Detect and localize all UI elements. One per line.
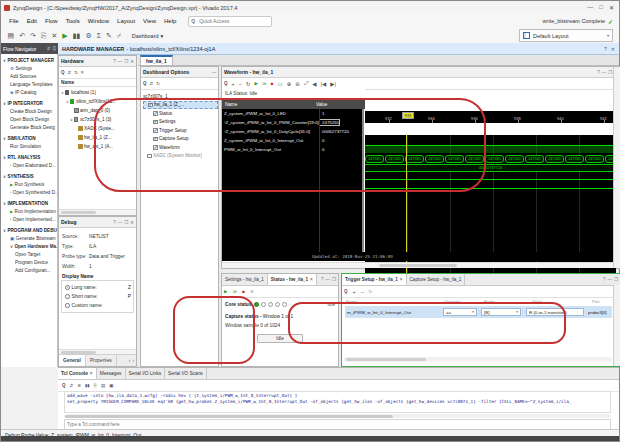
zoom-out-icon[interactable]: ⊖ [295, 81, 300, 87]
do-status[interactable]: Status [143, 109, 218, 118]
long-name-option[interactable]: Long name:Z [63, 283, 132, 292]
run-options-icon[interactable]: ▷ [369, 289, 372, 294]
signal-name[interactable]: PWM_w_Int_0_Interrupt_Out [222, 145, 319, 154]
close-icon[interactable]: × [400, 277, 403, 282]
help-icon[interactable]: ? [321, 277, 324, 282]
search-icon[interactable]: Q [61, 70, 65, 75]
trigger-vscrollbar[interactable] [613, 285, 620, 366]
short-name-option[interactable]: Short name:P [63, 292, 132, 301]
flownav-section-rtl-analysis[interactable]: ∨RTL ANALYSIS [1, 153, 57, 161]
checkbox-checked-icon[interactable] [153, 120, 158, 125]
float-icon[interactable]: ❐ [332, 277, 336, 282]
export-icon[interactable]: ▭ [277, 81, 282, 87]
minimize-icon[interactable]: — [212, 70, 217, 75]
refresh-icon[interactable]: ↻ [74, 70, 78, 75]
flownav-item-generate-block-design[interactable]: Generate Block Desig [1, 123, 57, 131]
signal-name[interactable]: ›Z_system_iPWM_w_Int_0_DutyCycle[31:0] [222, 127, 319, 136]
chevron-left-icon[interactable]: ‹ [129, 358, 131, 363]
flownav-item-settings[interactable]: ⚙Settings [1, 64, 57, 72]
add-probe-icon[interactable]: + [353, 289, 356, 295]
flownav-item-open-implemented[interactable]: ›Open Implemented... [1, 215, 57, 223]
prev-transition-icon[interactable]: |◀ [321, 81, 327, 87]
close-button[interactable]: ✕ [609, 4, 614, 11]
tab-properties[interactable]: Properties [86, 355, 117, 366]
run-trigger-icon[interactable]: ▶ [224, 289, 227, 294]
tcl-command-input[interactable] [65, 422, 610, 427]
collapse-icon[interactable]: ⇵ [68, 70, 72, 75]
tab-serial-io-scans[interactable]: Serial I/O Scans [165, 368, 207, 379]
flownav-item-open-hardware-manager[interactable]: ∨Open Hardware Ma... [1, 242, 57, 250]
maximize-button[interactable]: □ [599, 4, 603, 11]
edit-icon[interactable]: ✎ [106, 32, 112, 39]
tree-item-arm-dap[interactable]: arm_dap_0 (0) [59, 106, 136, 115]
search-icon[interactable]: Q [143, 81, 147, 86]
minimize-icon[interactable]: — [118, 59, 123, 64]
tcl-hscrollbar[interactable] [64, 414, 611, 418]
stop-trigger-icon[interactable]: ■ [271, 81, 274, 86]
refresh-icon[interactable]: ↻ [246, 81, 251, 87]
settings-gear-icon[interactable]: ⚙ [85, 32, 91, 39]
expand-icon[interactable]: ⊕ [77, 383, 81, 388]
search-icon[interactable]: Q [224, 81, 228, 86]
collapse-icon[interactable]: ⇵ [70, 383, 74, 388]
flownav-item-add-sources[interactable]: Add Sources [1, 72, 57, 80]
minimize-button[interactable]: — [587, 4, 593, 11]
tab-serial-io-links[interactable]: Serial I/O Links [126, 368, 166, 379]
checkbox-checked-icon[interactable] [153, 128, 158, 133]
close-icon[interactable]: ✕ [130, 59, 134, 64]
save-icon[interactable]: ▤ [8, 32, 15, 39]
checkbox-checked-icon[interactable] [148, 103, 153, 108]
flownav-item-create-block-design[interactable]: Create Block Design [1, 107, 57, 115]
hardware-hscrollbar[interactable] [59, 209, 136, 215]
goto-start-icon[interactable]: ◀ [312, 81, 316, 87]
chevron-right-icon[interactable]: › [132, 358, 134, 363]
search-icon[interactable]: Q [62, 383, 66, 388]
quick-access-box[interactable]: Q [188, 16, 272, 27]
cursor-marker-flag[interactable]: 933 [402, 112, 414, 119]
next-transition-icon[interactable]: ▶| [330, 81, 336, 87]
tcl-output[interactable]: add_wave -into {hw_ila_data_1.wcfg} -rad… [64, 391, 611, 413]
close-icon[interactable]: ✕ [130, 220, 134, 225]
minimize-icon[interactable]: — [118, 220, 123, 225]
tab-general[interactable]: General [59, 355, 86, 366]
tab-trigger-setup[interactable]: Trigger Setup - hw_ila_1× [342, 274, 407, 285]
cut-icon[interactable]: ✕ [51, 32, 57, 39]
checkbox-checked-icon[interactable] [153, 137, 158, 142]
collapse-icon[interactable]: ⇵ [150, 81, 154, 86]
menu-file[interactable]: File [5, 18, 23, 24]
add-icon[interactable]: + [232, 81, 235, 87]
help-icon[interactable]: ? [113, 59, 116, 64]
tree-item-hw-axi-1[interactable]: hw_axi_1 (A... [59, 142, 136, 151]
checkbox-checked-icon[interactable] [153, 111, 158, 116]
tree-item-xadc[interactable]: XADC (Syste... [59, 124, 136, 133]
flownav-item-generate-bitstream[interactable]: ▣Generate Bitstream [1, 234, 57, 242]
close-icon[interactable]: ✕ [611, 46, 615, 52]
pause-output-icon[interactable]: ▮▮ [85, 383, 89, 388]
help-icon[interactable]: ? [597, 70, 600, 75]
minimize-icon[interactable]: — [607, 277, 612, 282]
float-icon[interactable]: ❐ [124, 220, 128, 225]
help-icon[interactable]: ? [603, 277, 606, 282]
clear-icon[interactable]: ▣ [109, 383, 113, 388]
tree-item-hw-ila-1[interactable]: hw_ila_1 (Z... [59, 133, 136, 142]
float-icon[interactable]: ❐ [608, 70, 612, 75]
ruler-icon[interactable]: ⌿ [117, 32, 121, 39]
tree-item-xilinx-tcf[interactable]: ∨xilinx_tcf/Xilinx/12... [59, 97, 136, 106]
idle-button[interactable]: Idle [257, 334, 303, 343]
tab-status-hw-ila[interactable]: Status - hw_ila_1× [268, 274, 317, 285]
remove-icon[interactable]: − [239, 81, 242, 87]
close-icon[interactable]: × [90, 371, 93, 376]
minimize-icon[interactable]: — [602, 70, 607, 75]
flownav-item-open-block-design[interactable]: Open Block Design [1, 115, 57, 123]
tab-hw-ila-1[interactable]: hw_ila_1 [140, 55, 173, 65]
search-icon[interactable]: Q [52, 46, 56, 51]
run-trigger-icon[interactable]: ▶ [255, 81, 258, 86]
flownav-section-ip-integrator[interactable]: ∨IP INTEGRATOR [1, 99, 57, 107]
do-xadc[interactable]: XADC (System Monitor) [143, 152, 218, 161]
undo-icon[interactable]: ↶ [19, 32, 25, 39]
menu-edit[interactable]: Edit [23, 18, 41, 24]
waveform-hscrollbar[interactable] [222, 262, 614, 268]
close-icon[interactable]: × [310, 277, 313, 282]
trigger-probe-row[interactable]: m_iPWM_w_Int_0_Interrupt_Out ==▾ [B]▾ R … [345, 306, 612, 318]
menu-tools[interactable]: Tools [62, 18, 84, 24]
